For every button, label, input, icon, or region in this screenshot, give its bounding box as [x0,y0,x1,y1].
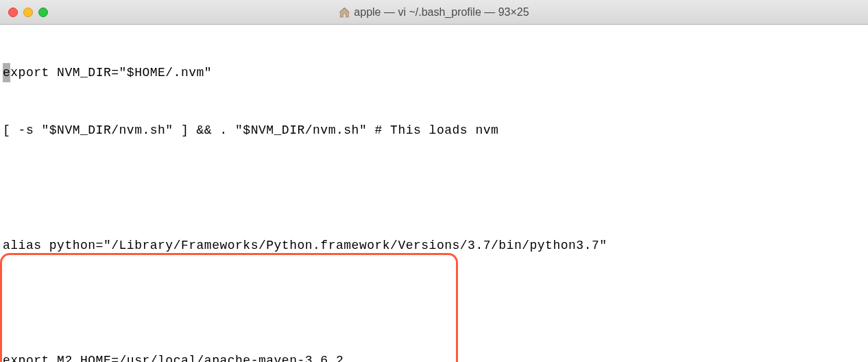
window-title-text: apple — vi ~/.bash_profile — 93×25 [354,6,529,19]
cursor: e [3,63,10,82]
window-title: apple — vi ~/.bash_profile — 93×25 [339,6,529,19]
traffic-lights [0,8,48,17]
terminal-content[interactable]: export NVM_DIR="$HOME/.nvm" [ -s "$NVM_D… [0,25,868,362]
editor-line: export M2_HOME=/usr/local/apache-maven-3… [0,351,868,362]
editor-line: export NVM_DIR="$HOME/.nvm" [0,63,868,82]
titlebar[interactable]: apple — vi ~/.bash_profile — 93×25 [0,0,868,25]
home-icon [339,7,350,18]
editor-line [0,293,868,313]
line-text: xport NVM_DIR="$HOME/.nvm" [10,66,212,80]
close-button[interactable] [8,8,18,17]
editor-line: [ -s "$NVM_DIR/nvm.sh" ] && . "$NVM_DIR/… [0,121,868,140]
minimize-button[interactable] [23,8,33,17]
zoom-button[interactable] [38,8,48,17]
editor-line: alias python="/Library/Frameworks/Python… [0,236,868,255]
editor-line [0,178,868,197]
